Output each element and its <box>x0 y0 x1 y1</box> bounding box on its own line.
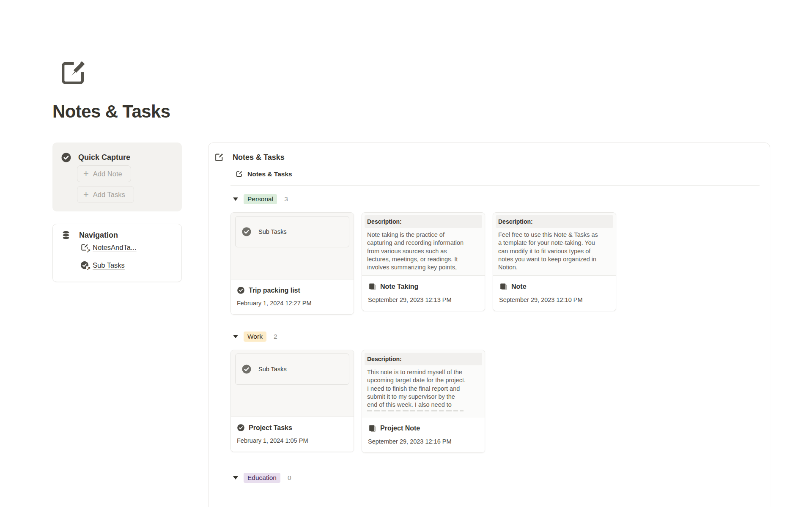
page-compose-icon <box>57 56 90 89</box>
description-property-label: Description: <box>367 218 402 225</box>
navigation-header: Navigation <box>61 230 118 240</box>
card-title-row: Note <box>499 282 610 291</box>
sidebar-link-notesandtasks[interactable]: ↗ NotesAndTa... <box>80 243 137 252</box>
description-preview: Description:Note taking is the practice … <box>362 213 485 276</box>
description-line: notes you want to keep organized in <box>498 255 613 263</box>
card-title-row: Project Tasks <box>237 424 348 432</box>
group-toggle-icon[interactable] <box>230 332 241 342</box>
link-arrow-icon: ↗ <box>86 266 91 271</box>
description-line: This note is to remind myself of the <box>367 368 482 376</box>
group-badge[interactable]: Work <box>244 332 266 342</box>
divider <box>230 464 760 464</box>
card-title: Project Tasks <box>249 424 292 432</box>
card-footer: Project NoteSeptember 29, 2023 12:16 PM <box>362 417 485 452</box>
database-icon <box>61 230 71 240</box>
group-toggle-icon[interactable] <box>230 473 241 483</box>
card-date: February 1, 2024 12:27 PM <box>237 300 348 307</box>
card-date: September 29, 2023 12:13 PM <box>368 296 479 303</box>
note-card[interactable]: Description:This note is to remind mysel… <box>362 350 485 453</box>
triangle-down-icon <box>233 476 238 480</box>
card-title: Project Note <box>380 425 420 432</box>
add-note-button[interactable]: + Add Note <box>77 165 131 182</box>
subtasks-chip-label: Sub Tasks <box>258 366 287 373</box>
subtasks-chip-label: Sub Tasks <box>258 228 287 235</box>
subtasks-preview: Sub Tasks <box>231 213 354 280</box>
card-title-row: Note Taking <box>368 282 479 291</box>
triangle-down-icon <box>233 335 238 338</box>
check-circle-icon <box>241 227 252 237</box>
add-tasks-button[interactable]: + Add Tasks <box>77 186 134 203</box>
description-line: lectures, meetings, or readings. It <box>367 255 482 263</box>
quick-capture-card: Quick Capture + Add Note + Add Tasks <box>52 143 182 211</box>
plus-icon: + <box>83 190 89 199</box>
quick-capture-header: Quick Capture <box>61 152 130 163</box>
group-header-work: Work2 <box>230 330 760 343</box>
check-circle-icon <box>61 152 71 163</box>
linked-database-title[interactable]: Notes & Tasks <box>235 170 292 178</box>
sidebar-link-label: Sub Tasks <box>93 261 125 269</box>
cards-row: Sub TasksTrip packing listFebruary 1, 20… <box>230 212 760 315</box>
compose-icon <box>214 152 225 163</box>
page-title[interactable]: Notes & Tasks <box>52 101 170 122</box>
subtasks-chip[interactable]: Sub Tasks <box>235 354 349 385</box>
description-property-bar: Description: <box>365 215 482 228</box>
check-circle-icon <box>237 286 245 294</box>
add-tasks-label: Add Tasks <box>93 191 125 199</box>
description-property-label: Description: <box>498 218 533 225</box>
description-property-bar: Description: <box>496 215 613 228</box>
book-icon <box>368 424 376 433</box>
group-badge[interactable]: Personal <box>244 194 277 204</box>
description-text: Note taking is the practice ofcapturing … <box>365 231 482 271</box>
card-title: Note Taking <box>380 283 418 290</box>
quick-capture-title: Quick Capture <box>78 153 130 162</box>
plus-icon: + <box>83 169 89 178</box>
description-line: Notion. <box>498 263 613 271</box>
description-property-label: Description: <box>367 356 402 362</box>
sidebar-link-subtasks[interactable]: ↗ Sub Tasks <box>80 260 125 270</box>
description-text: This note is to remind myself of theupco… <box>365 368 482 409</box>
card-title: Trip packing list <box>249 287 300 294</box>
description-property-bar: Description: <box>365 353 482 365</box>
tasks-card[interactable]: Sub TasksTrip packing listFebruary 1, 20… <box>230 212 354 315</box>
check-circle-icon <box>241 364 252 374</box>
description-line: submit it to my supervisor by the <box>367 393 482 401</box>
group-count: 3 <box>284 195 288 203</box>
subtasks-preview: Sub Tasks <box>231 350 354 417</box>
card-title-row: Project Note <box>368 424 479 433</box>
cards-row: Sub TasksProject TasksFebruary 1, 2024 1… <box>230 350 760 453</box>
link-arrow-icon: ↗ <box>86 249 91 254</box>
group-header-personal: Personal3 <box>230 193 760 206</box>
description-line: from various sources such as <box>367 247 482 255</box>
card-date: September 29, 2023 12:10 PM <box>499 296 610 303</box>
group-header-education: Education0 <box>230 471 760 484</box>
subtasks-chip[interactable]: Sub Tasks <box>235 216 349 247</box>
add-note-label: Add Note <box>93 170 122 178</box>
note-card[interactable]: Description:Feel free to use this Note &… <box>493 212 616 311</box>
clipped-text-line <box>367 410 464 413</box>
description-line: capturing and recording information <box>367 239 482 247</box>
card-title-row: Trip packing list <box>237 286 348 294</box>
description-line: end of this week. I also need to <box>367 401 482 409</box>
group-toggle-icon[interactable] <box>230 194 241 204</box>
note-card[interactable]: Description:Note taking is the practice … <box>362 212 485 311</box>
navigation-card: Navigation ↗ NotesAndTa... ↗ <box>52 224 182 282</box>
book-icon <box>499 282 508 291</box>
description-line: a template for your note-taking. You <box>498 239 613 247</box>
group-badge[interactable]: Education <box>244 473 280 483</box>
description-line: upcoming target date for the project. <box>367 376 482 384</box>
notion-page: Notes & Tasks Quick Capture + Add Note +… <box>0 0 812 507</box>
card-footer: NoteSeptember 29, 2023 12:10 PM <box>493 276 616 311</box>
description-preview: Description:This note is to remind mysel… <box>362 350 485 417</box>
panel-title: Notes & Tasks <box>233 153 285 162</box>
description-preview: Description:Feel free to use this Note &… <box>493 213 616 276</box>
notes-tasks-panel: Notes & Tasks Notes & Tasks Personal3Sub… <box>208 143 770 507</box>
tasks-card[interactable]: Sub TasksProject TasksFebruary 1, 2024 1… <box>230 350 354 452</box>
card-date: September 29, 2023 12:16 PM <box>368 438 479 445</box>
description-text: Feel free to use this Note & Tasks asa t… <box>496 231 613 271</box>
card-footer: Project TasksFebruary 1, 2024 1:05 PM <box>231 417 354 452</box>
triangle-down-icon <box>233 197 238 201</box>
group-count: 0 <box>288 474 291 482</box>
check-circle-icon <box>237 424 245 432</box>
sidebar-link-label: NotesAndTa... <box>93 244 137 252</box>
check-circle-link-arrow-icon: ↗ <box>80 260 89 270</box>
